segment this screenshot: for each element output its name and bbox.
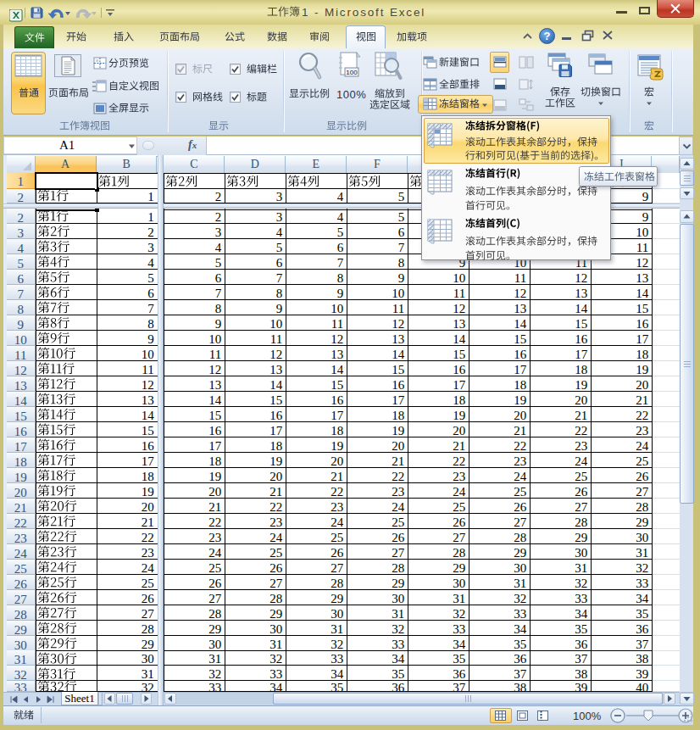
svg-text:100: 100 (346, 69, 358, 76)
